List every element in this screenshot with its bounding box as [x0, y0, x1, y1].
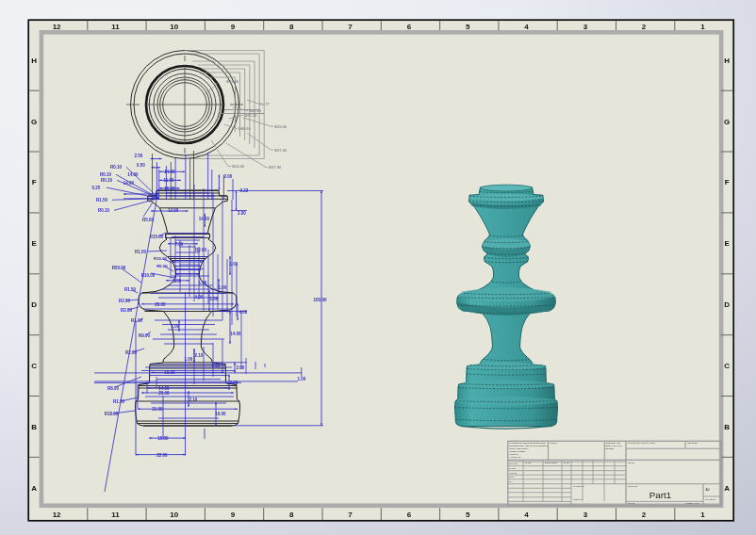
svg-text:Φ20.00: Φ20.00: [274, 124, 288, 129]
svg-text:F: F: [725, 178, 730, 186]
svg-text:2.10: 2.10: [195, 353, 204, 358]
svg-text:14.00: 14.00: [127, 172, 139, 177]
svg-text:Φ22.00: Φ22.00: [232, 164, 245, 169]
svg-text:F: F: [32, 178, 37, 186]
svg-text:2: 2: [642, 23, 647, 31]
svg-text:11.00: 11.00: [163, 178, 174, 183]
svg-text:1.00: 1.00: [230, 262, 238, 267]
svg-text:14.00: 14.00: [199, 217, 210, 221]
svg-text:7.00: 7.00: [175, 242, 184, 247]
svg-text:ANGULAR:: ANGULAR:: [510, 456, 522, 459]
svg-text:Φ11.35: Φ11.35: [245, 113, 258, 118]
svg-text:2.00: 2.00: [238, 211, 246, 216]
svg-text:4: 4: [524, 23, 529, 31]
svg-text:1: 1: [700, 511, 705, 519]
svg-text:5.50: 5.50: [173, 279, 182, 284]
svg-text:12: 12: [53, 511, 61, 519]
svg-text:R5.00: R5.00: [156, 264, 168, 268]
svg-text:1: 1: [700, 23, 705, 31]
svg-text:B: B: [724, 423, 730, 431]
svg-text:2: 2: [642, 511, 647, 519]
svg-text:0.60: 0.60: [212, 364, 221, 368]
svg-text:2.00: 2.00: [237, 365, 245, 370]
svg-text:REVISION: REVISION: [687, 442, 698, 444]
svg-text:FINISH:: FINISH:: [550, 442, 558, 445]
svg-text:H: H: [31, 57, 37, 65]
svg-text:10.00: 10.00: [164, 186, 175, 191]
svg-text:5: 5: [466, 511, 470, 519]
svg-text:1.00: 1.00: [185, 357, 193, 362]
svg-text:1.00: 1.00: [199, 281, 207, 285]
svg-text:12: 12: [53, 23, 61, 31]
svg-text:100.00: 100.00: [314, 298, 327, 302]
svg-text:R0.10: R0.10: [110, 165, 123, 170]
svg-text:2.00: 2.00: [230, 381, 238, 385]
svg-text:SIGNATURE: SIGNATURE: [545, 462, 557, 463]
svg-text:3: 3: [583, 23, 588, 31]
svg-text:1.00: 1.00: [219, 285, 227, 290]
svg-text:20.00: 20.00: [155, 302, 166, 307]
svg-text:R2.00: R2.00: [195, 248, 207, 252]
svg-text:B: B: [31, 423, 37, 431]
svg-text:14.00: 14.00: [123, 181, 135, 186]
svg-text:R2.00: R2.00: [119, 299, 131, 303]
svg-text:4: 4: [524, 511, 529, 519]
svg-text:R10.00: R10.00: [141, 273, 156, 278]
svg-text:12.00: 12.00: [168, 208, 179, 213]
svg-text:0.22: 0.22: [239, 188, 248, 193]
svg-text:Φ27.40: Φ27.40: [269, 165, 282, 170]
svg-text:D: D: [724, 300, 730, 309]
svg-text:22.00: 22.00: [156, 453, 168, 458]
svg-text:R2.00: R2.00: [125, 350, 138, 355]
svg-text:APPV'D: APPV'D: [509, 472, 518, 474]
svg-text:R15.00: R15.00: [150, 235, 164, 239]
svg-text:10: 10: [170, 23, 178, 31]
svg-text:Φ27.00: Φ27.00: [274, 148, 288, 153]
svg-text:20.00: 20.00: [158, 391, 170, 396]
svg-text:Part1: Part1: [649, 490, 671, 500]
svg-text:R5.00: R5.00: [142, 218, 155, 222]
svg-text:R50.00: R50.00: [112, 266, 126, 270]
svg-text:R0.10: R0.10: [101, 178, 113, 183]
svg-text:1.00: 1.00: [172, 324, 180, 329]
svg-text:Q.A: Q.A: [509, 480, 513, 482]
svg-text:10.00: 10.00: [164, 370, 175, 375]
svg-text:8: 8: [289, 511, 294, 519]
svg-text:DATE: DATE: [564, 462, 569, 463]
svg-text:14.00: 14.00: [164, 170, 175, 174]
svg-text:21.00: 21.00: [152, 407, 163, 412]
svg-text:6: 6: [407, 511, 412, 519]
svg-text:E: E: [32, 239, 38, 248]
svg-text:SCALE: SCALE: [628, 502, 635, 504]
svg-text:R0.10: R0.10: [98, 208, 110, 213]
svg-text:R1.50: R1.50: [135, 250, 147, 254]
svg-text:C: C: [31, 362, 37, 370]
svg-text:EDGES: EDGES: [606, 447, 615, 450]
svg-text:0.25: 0.25: [92, 186, 101, 190]
svg-text:R18.00: R18.00: [105, 412, 119, 416]
svg-text:9: 9: [231, 23, 236, 31]
svg-text:7: 7: [348, 511, 353, 519]
svg-text:E: E: [725, 239, 731, 248]
svg-text:11: 11: [111, 511, 120, 519]
svg-text:R8.00: R8.00: [107, 386, 120, 391]
svg-text:SCALE:1:2: SCALE:1:2: [705, 498, 716, 500]
svg-text:5: 5: [466, 23, 470, 31]
svg-text:R9.00: R9.00: [139, 333, 151, 338]
svg-text:14.00: 14.00: [230, 332, 241, 336]
svg-text:G: G: [724, 118, 730, 126]
svg-text:1.00: 1.00: [210, 297, 219, 301]
svg-text:4.00: 4.00: [195, 295, 204, 300]
svg-text:DWG NO.: DWG NO.: [628, 485, 638, 488]
svg-text:C: C: [724, 362, 730, 370]
svg-text:G: G: [31, 118, 37, 126]
svg-text:3: 3: [583, 511, 588, 519]
svg-text:11: 11: [111, 23, 120, 31]
svg-text:9: 9: [231, 511, 236, 519]
svg-text:10.00: 10.00: [215, 412, 226, 416]
svg-text:Φ16.00: Φ16.00: [226, 79, 239, 84]
svg-text:2.00: 2.00: [224, 174, 233, 179]
svg-text:A: A: [31, 484, 37, 493]
svg-text:8: 8: [289, 23, 294, 31]
svg-text:7: 7: [348, 23, 353, 31]
